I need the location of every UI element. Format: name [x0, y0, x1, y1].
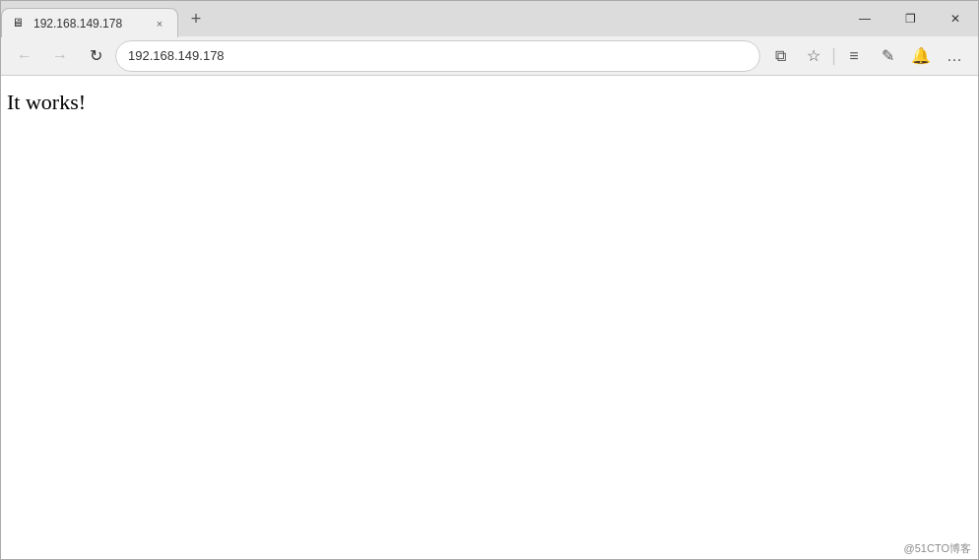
tab-title: 192.168.149.178 [33, 17, 146, 31]
page-content: It works! [1, 76, 978, 559]
menu-button[interactable]: ≡ [838, 40, 870, 72]
new-tab-button[interactable]: + [182, 5, 210, 32]
tab-bar: 🖥 192.168.149.178 × + — ❐ ✕ [1, 1, 978, 36]
browser-window: 🖥 192.168.149.178 × + — ❐ ✕ ← → ↻ ⧉ ☆ [0, 0, 979, 560]
favorites-button[interactable]: ☆ [798, 40, 829, 72]
notifications-button[interactable]: 🔔 [905, 40, 937, 72]
close-button[interactable]: ✕ [933, 1, 978, 36]
watermark: @51CTO博客 [904, 541, 971, 556]
page-body-text: It works! [5, 84, 974, 122]
more-button[interactable]: … [939, 40, 970, 72]
forward-button[interactable]: → [44, 40, 76, 72]
tab-favicon: 🖥 [12, 16, 28, 31]
address-bar-container[interactable] [115, 40, 760, 72]
nav-divider: | [831, 45, 836, 66]
nav-actions: ⧉ ☆ | ≡ ✎ 🔔 … [764, 40, 970, 72]
tab-close-button[interactable]: × [152, 16, 167, 31]
maximize-button[interactable]: ❐ [887, 1, 933, 36]
nav-bar: ← → ↻ ⧉ ☆ | ≡ ✎ 🔔 … [1, 36, 978, 76]
window-controls: — ❐ ✕ [842, 1, 978, 36]
minimize-button[interactable]: — [842, 1, 887, 36]
back-button[interactable]: ← [9, 40, 40, 72]
tab-view-button[interactable]: ⧉ [764, 40, 796, 72]
reload-button[interactable]: ↻ [80, 40, 111, 72]
active-tab[interactable]: 🖥 192.168.149.178 × [1, 8, 178, 37]
edit-button[interactable]: ✎ [872, 40, 903, 72]
address-bar-input[interactable] [128, 48, 748, 63]
